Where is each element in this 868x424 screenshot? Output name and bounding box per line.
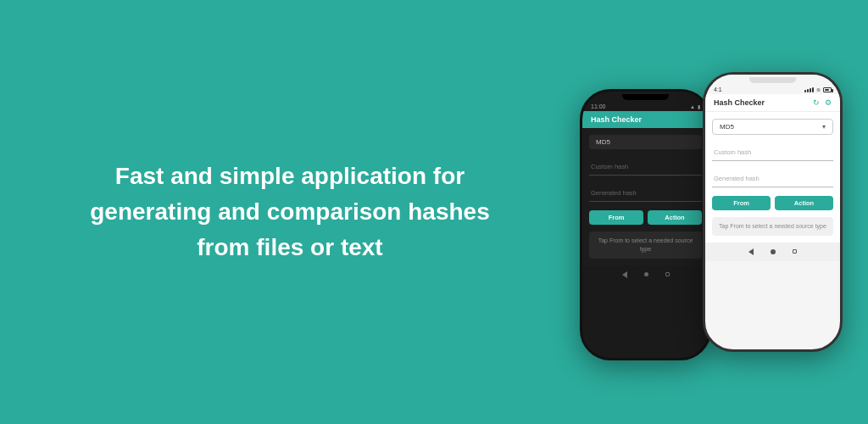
- dark-app-bar: Hash Checker: [582, 111, 709, 128]
- dark-phone-top: [582, 92, 709, 100]
- dark-back-button[interactable]: [622, 271, 627, 278]
- dark-hint-box: Tap From to select a needed source type: [589, 232, 702, 259]
- dark-status-icons: ▲ ▮: [690, 103, 700, 109]
- light-wifi-icon: ≋: [816, 86, 821, 92]
- light-generated-hash-placeholder: Generated hash: [714, 175, 760, 182]
- hero-text: Fast and simple application for generati…: [51, 159, 529, 265]
- hero-line-2: generating and comparison hashes: [90, 198, 489, 225]
- phones-container: 11:00 ▲ ▮ Hash Checker MD5 Custom hash G…: [580, 0, 868, 424]
- dark-custom-hash-placeholder: Custom hash: [591, 163, 628, 170]
- dark-from-button[interactable]: From: [589, 210, 643, 225]
- light-battery-icon: [823, 87, 832, 92]
- light-action-button[interactable]: Action: [775, 196, 833, 210]
- hero-line-1: Fast and simple application for: [115, 163, 465, 189]
- phone-dark: 11:00 ▲ ▮ Hash Checker MD5 Custom hash G…: [580, 89, 711, 360]
- dark-dropdown[interactable]: MD5: [589, 135, 702, 149]
- light-phone-top: [705, 75, 840, 83]
- light-generated-hash-field[interactable]: Generated hash: [712, 166, 833, 187]
- light-dropdown-arrow: ▾: [822, 123, 826, 131]
- signal-bar-4: [812, 87, 814, 92]
- dark-screen-content: MD5 Custom hash Generated hash From Acti…: [582, 128, 709, 265]
- dark-generated-hash-field[interactable]: Generated hash: [589, 181, 702, 202]
- light-app-bar: Hash Checker ↻ ⚙: [705, 94, 840, 112]
- dark-signal-icon: ▲: [690, 104, 695, 109]
- light-nav-bar: [705, 243, 840, 261]
- light-dropdown[interactable]: MD5 ▾: [712, 119, 833, 135]
- light-dropdown-value: MD5: [720, 123, 734, 131]
- signal-bar-3: [810, 88, 811, 92]
- light-settings-icon[interactable]: ⚙: [825, 98, 832, 107]
- light-custom-hash-placeholder: Custom hash: [714, 148, 751, 156]
- dark-home-button[interactable]: [644, 272, 648, 276]
- light-hint-box: Tap From to select a needed source type: [712, 217, 833, 236]
- dark-action-button[interactable]: Action: [648, 210, 702, 225]
- light-hint-text: Tap From to select a needed source type: [719, 223, 826, 229]
- light-from-button[interactable]: From: [712, 196, 771, 210]
- light-phone-notch: [749, 77, 796, 83]
- light-status-bar: 4:1 ≋: [705, 83, 840, 94]
- light-custom-hash-field[interactable]: Custom hash: [712, 140, 833, 161]
- dark-dropdown-value: MD5: [596, 138, 610, 146]
- dark-generated-hash-placeholder: Generated hash: [591, 189, 637, 197]
- dark-phone-notch: [622, 94, 669, 100]
- signal-bar-1: [804, 90, 806, 92]
- phone-light: 4:1 ≋ Hash Checker ↻ ⚙: [703, 72, 843, 352]
- dark-status-bar: 11:00 ▲ ▮: [582, 100, 709, 111]
- light-signal-icon: [804, 86, 814, 92]
- light-refresh-icon[interactable]: ↻: [813, 98, 820, 107]
- battery-fill: [825, 89, 829, 91]
- hero-section: Fast and simple application for generati…: [0, 125, 580, 299]
- light-time: 4:1: [714, 86, 722, 92]
- dark-hint-text: Tap From to select a needed source type: [598, 237, 693, 252]
- light-button-row: From Action: [712, 196, 833, 210]
- dark-battery-icon: ▮: [698, 103, 700, 109]
- light-screen-content: MD5 ▾ Custom hash Generated hash From Ac…: [705, 112, 840, 243]
- light-back-button[interactable]: [748, 248, 754, 255]
- light-home-button[interactable]: [771, 249, 776, 254]
- light-app-title: Hash Checker: [714, 98, 765, 107]
- light-status-icons: ≋: [804, 86, 832, 92]
- dark-custom-hash-field[interactable]: Custom hash: [589, 154, 702, 176]
- light-app-bar-icons: ↻ ⚙: [813, 98, 832, 107]
- dark-app-title: Hash Checker: [591, 115, 642, 124]
- dark-button-row: From Action: [589, 210, 702, 225]
- dark-nav-bar: [582, 265, 709, 284]
- light-recents-button[interactable]: [793, 249, 797, 254]
- dark-recents-button[interactable]: [665, 272, 670, 276]
- hero-line-3: from files or text: [197, 234, 382, 260]
- dark-time: 11:00: [591, 103, 606, 109]
- signal-bar-2: [807, 89, 809, 92]
